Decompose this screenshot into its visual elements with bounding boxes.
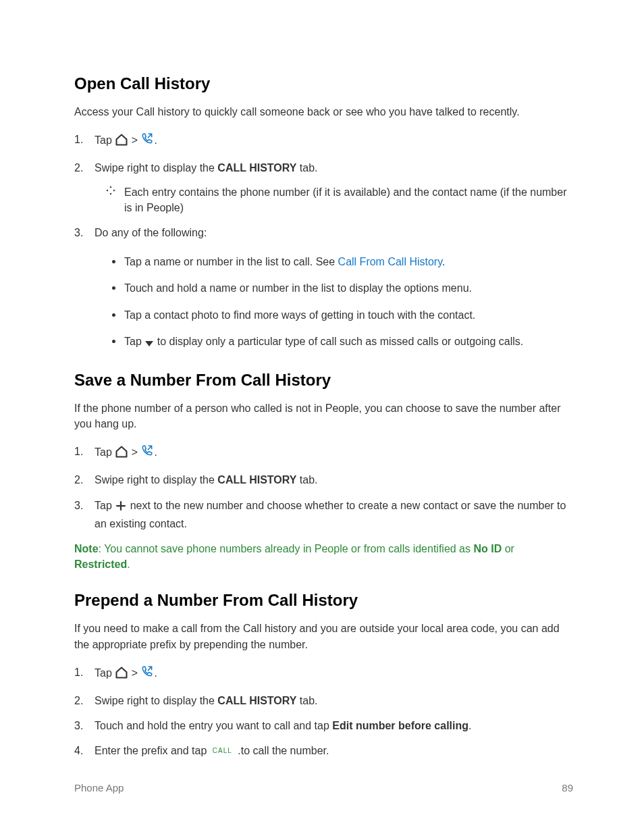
step-text: Tap	[95, 134, 115, 146]
step-text: Tap	[95, 500, 115, 511]
step-text: Swipe right to display the	[95, 695, 217, 706]
step-2: Swipe right to display the CALL HISTORY …	[74, 472, 573, 488]
steps-save-number: Tap > . Swipe right to display the CALL …	[74, 444, 573, 531]
step-text: Swipe right to display the	[95, 162, 217, 174]
step-text: .	[154, 446, 157, 458]
note-save-number: Note: You cannot save phone numbers alre…	[74, 541, 573, 572]
step-1: Tap > .	[74, 132, 573, 151]
phone-outgoing-icon	[140, 664, 154, 682]
note-text: .	[127, 558, 130, 570]
intro-prepend-number: If you need to make a call from the Call…	[74, 621, 573, 652]
steps-prepend-number: Tap > . Swipe right to display the CALL …	[74, 664, 573, 759]
bullet-2: Touch and hold a name or number in the l…	[109, 280, 573, 296]
bullets-do-any: Tap a name or number in the list to call…	[109, 254, 573, 352]
step-4: Enter the prefix and tap CALL .to call t…	[74, 743, 573, 758]
step-text: tab.	[296, 695, 317, 706]
note-no-id: No ID	[473, 543, 502, 554]
bullet-4: Tap to display only a particular type of…	[109, 334, 573, 352]
step-text: .	[468, 720, 471, 731]
bullet-text: .	[442, 256, 445, 267]
call-history-label: CALL HISTORY	[217, 162, 296, 174]
step-1: Tap > .	[74, 664, 573, 683]
step-text: Enter the prefix and tap	[95, 745, 210, 756]
heading-prepend-number: Prepend a Number From Call History	[74, 591, 573, 610]
call-history-label: CALL HISTORY	[217, 695, 296, 706]
step-text: tab.	[296, 474, 317, 486]
tip-block: Each entry contains the phone number (if…	[93, 184, 573, 215]
bullet-text: Tap	[124, 336, 144, 347]
note-text: : You cannot save phone numbers already …	[99, 543, 474, 554]
link-call-from-call-history[interactable]: Call From Call History	[338, 256, 442, 267]
footer-page-number: 89	[562, 782, 573, 793]
heading-open-call-history: Open Call History	[74, 74, 573, 93]
home-icon	[115, 666, 128, 683]
plus-icon	[115, 500, 127, 516]
heading-save-number: Save a Number From Call History	[74, 371, 573, 390]
step-2: Swipe right to display the CALL HISTORY …	[74, 693, 573, 708]
step-text: Tap	[95, 667, 115, 679]
tip-text: Each entry contains the phone number (if…	[124, 186, 566, 213]
home-icon	[115, 445, 128, 463]
step-text: Do any of the following:	[95, 227, 207, 238]
step-text: .	[154, 134, 157, 146]
bullet-text: Tap a name or number in the list to call…	[124, 256, 338, 267]
step-text: >	[128, 134, 140, 146]
footer-section-name: Phone App	[74, 782, 124, 793]
step-text: Touch and hold the entry you want to cal…	[95, 720, 332, 731]
step-text: .to call the number.	[235, 745, 329, 756]
home-icon	[115, 133, 128, 151]
step-text: next to the new number and choose whethe…	[95, 500, 566, 529]
step-3: Do any of the following: Tap a name or n…	[74, 225, 573, 352]
step-text: tab.	[296, 162, 317, 174]
note-restricted: Restricted	[74, 558, 127, 570]
step-1: Tap > .	[74, 444, 573, 463]
step-text: .	[154, 667, 157, 679]
phone-outgoing-icon	[140, 444, 154, 461]
step-2: Swipe right to display the CALL HISTORY …	[74, 160, 573, 215]
steps-open-call-history: Tap > . Swipe right to display the CALL …	[74, 132, 573, 352]
tip-icon	[105, 184, 116, 200]
intro-open-call-history: Access your Call history to quickly call…	[74, 104, 573, 120]
intro-save-number: If the phone number of a person who call…	[74, 400, 573, 432]
step-3: Touch and hold the entry you want to cal…	[74, 718, 573, 733]
edit-number-label: Edit number before calling	[332, 720, 468, 731]
call-button-icon: CALL	[210, 745, 235, 758]
step-text: Swipe right to display the	[95, 474, 217, 486]
dropdown-triangle-icon	[144, 336, 154, 352]
bullet-text: to display only a particular type of cal…	[154, 336, 523, 347]
call-history-label: CALL HISTORY	[217, 474, 296, 486]
note-label: Note	[74, 543, 99, 554]
phone-outgoing-icon	[140, 132, 154, 149]
bullet-3: Tap a contact photo to find more ways of…	[109, 307, 573, 323]
bullet-1: Tap a name or number in the list to call…	[109, 254, 573, 269]
step-3: Tap next to the new number and choose wh…	[74, 498, 573, 531]
page-footer: Phone App 89	[74, 782, 573, 793]
note-text: or	[502, 543, 514, 554]
step-text: >	[128, 446, 140, 458]
step-text: >	[128, 667, 140, 679]
step-text: Tap	[95, 446, 115, 458]
